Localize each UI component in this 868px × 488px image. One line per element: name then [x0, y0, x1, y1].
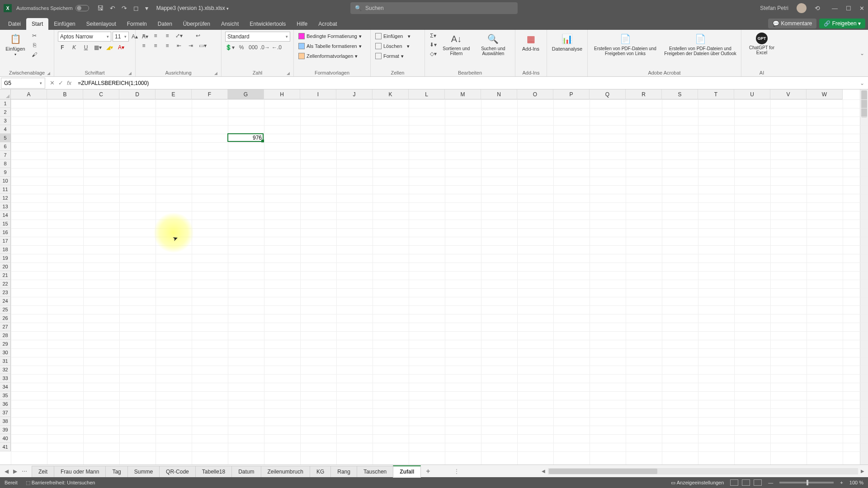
row-header[interactable]: 37: [0, 408, 11, 417]
zoom-level[interactable]: 100 %: [849, 480, 863, 485]
sheet-tab[interactable]: Tag: [105, 466, 127, 477]
autosum-icon[interactable]: Σ▾: [429, 32, 438, 40]
display-settings-button[interactable]: ▭ Anzeigeeinstellungen: [671, 480, 724, 486]
share-button[interactable]: 🔗 Freigeben ▾: [819, 19, 865, 28]
bold-button[interactable]: F: [58, 43, 67, 52]
column-header[interactable]: D: [119, 89, 156, 99]
font-color-icon[interactable]: A▾: [117, 43, 126, 52]
autosave-toggle[interactable]: Automatisches Speichern: [16, 5, 89, 11]
hscroll-thumb[interactable]: [549, 469, 657, 474]
column-header[interactable]: M: [445, 89, 481, 99]
row-header[interactable]: 27: [0, 323, 11, 331]
sync-icon[interactable]: ⟲: [815, 5, 820, 12]
comments-button[interactable]: 💬 Kommentare: [768, 19, 816, 28]
column-header[interactable]: V: [770, 89, 807, 99]
ribbon-tab-formeln[interactable]: Formeln: [122, 18, 152, 30]
row-header[interactable]: 6: [0, 142, 11, 151]
column-header[interactable]: E: [156, 89, 192, 99]
insert-cells-button[interactable]: Einfügen ▾: [374, 32, 411, 41]
page-break-view-icon[interactable]: [754, 479, 762, 486]
cut-icon[interactable]: ✂: [30, 32, 39, 40]
orientation-icon[interactable]: ⤢▾: [175, 32, 184, 40]
align-bottom-icon[interactable]: ≡: [163, 32, 172, 40]
italic-button[interactable]: K: [70, 43, 79, 52]
ribbon-tab-daten[interactable]: Daten: [152, 18, 178, 30]
row-header[interactable]: 31: [0, 357, 11, 366]
fill-color-icon[interactable]: ◢▾: [105, 43, 114, 52]
row-header[interactable]: 28: [0, 331, 11, 340]
column-header[interactable]: T: [698, 89, 734, 99]
zoom-in-icon[interactable]: +: [840, 480, 843, 485]
align-top-icon[interactable]: ≡: [139, 32, 148, 40]
sheet-tab[interactable]: Rang: [330, 466, 357, 477]
column-headers[interactable]: ABCDEFGHIJKLMNOPQRSTUVW: [11, 89, 843, 99]
redo-icon[interactable]: ↷: [122, 5, 127, 12]
toggle-switch-icon[interactable]: [75, 5, 89, 11]
column-header[interactable]: B: [47, 89, 83, 99]
user-avatar[interactable]: [797, 3, 807, 13]
font-size-combo[interactable]: 11▾: [113, 32, 129, 42]
align-left-icon[interactable]: ≡: [139, 42, 148, 50]
ribbon-tab-ansicht[interactable]: Ansicht: [216, 18, 244, 30]
merge-icon[interactable]: ▭▾: [198, 42, 207, 50]
column-header[interactable]: H: [264, 89, 300, 99]
column-header[interactable]: C: [83, 89, 119, 99]
format-cells-button[interactable]: Format ▾: [374, 52, 405, 61]
data-analysis-button[interactable]: 📊Datenanalyse: [551, 32, 584, 52]
row-header[interactable]: 40: [0, 434, 11, 443]
increase-decimal-icon[interactable]: .0→: [260, 43, 269, 52]
row-header[interactable]: 3: [0, 117, 11, 125]
ribbon-tab-einfügen[interactable]: Einfügen: [48, 18, 80, 30]
accessibility-status[interactable]: ⬚ Barrierefreiheit: Untersuchen: [26, 480, 95, 486]
delete-cells-button[interactable]: Löschen ▾: [374, 42, 410, 51]
add-sheet-button[interactable]: +: [420, 467, 435, 475]
border-icon[interactable]: ▦▾: [93, 43, 102, 52]
paste-button[interactable]: 📋 Einfügen ▾: [4, 32, 27, 57]
row-header[interactable]: 26: [0, 314, 11, 323]
hscroll-left[interactable]: ◀: [540, 469, 547, 474]
align-right-icon[interactable]: ≡: [163, 42, 172, 50]
column-header[interactable]: P: [553, 89, 590, 99]
save-icon[interactable]: 🖫: [97, 5, 104, 12]
qat-more-icon[interactable]: ▾: [145, 5, 148, 12]
normal-view-icon[interactable]: [730, 479, 738, 486]
row-header[interactable]: 2: [0, 108, 11, 117]
percent-icon[interactable]: %: [237, 43, 246, 52]
row-header[interactable]: 12: [0, 194, 11, 202]
fx-icon[interactable]: fx: [67, 80, 71, 86]
sheet-tab[interactable]: KG: [310, 466, 331, 477]
column-header[interactable]: F: [192, 89, 228, 99]
row-header[interactable]: 13: [0, 202, 11, 211]
comma-icon[interactable]: 000: [249, 43, 258, 52]
column-header[interactable]: L: [409, 89, 445, 99]
row-header[interactable]: 14: [0, 211, 11, 220]
row-header[interactable]: 1: [0, 99, 11, 108]
vscroll-thumb[interactable]: [861, 90, 867, 117]
row-header[interactable]: 41: [0, 443, 11, 451]
ribbon-tab-datei[interactable]: Datei: [3, 18, 26, 30]
indent-increase-icon[interactable]: ⇥: [186, 42, 195, 50]
copy-icon[interactable]: ⎘: [30, 41, 39, 49]
zoom-out-icon[interactable]: —: [768, 480, 773, 485]
fill-icon[interactable]: ⬇▾: [429, 41, 438, 49]
document-title[interactable]: Mappe3 (version 1).xlsb.xlsx ▾: [156, 5, 229, 11]
wrap-text-icon[interactable]: ↩: [193, 32, 203, 40]
cancel-formula-icon[interactable]: ✕: [50, 80, 55, 86]
row-header[interactable]: 29: [0, 340, 11, 348]
format-painter-icon[interactable]: 🖌: [30, 51, 39, 59]
row-header[interactable]: 11: [0, 185, 11, 194]
row-header[interactable]: 10: [0, 177, 11, 185]
row-header[interactable]: 16: [0, 228, 11, 237]
sheet-tab[interactable]: Zeit: [32, 466, 54, 477]
close-button[interactable]: ✕: [859, 5, 864, 12]
clear-icon[interactable]: ◇▾: [429, 50, 438, 58]
column-header[interactable]: K: [373, 89, 409, 99]
ribbon-tab-acrobat[interactable]: Acrobat: [313, 18, 342, 30]
row-header[interactable]: 18: [0, 245, 11, 254]
row-header[interactable]: 23: [0, 288, 11, 297]
ribbon-tab-überprüfen[interactable]: Überprüfen: [178, 18, 216, 30]
minimize-button[interactable]: —: [832, 5, 838, 12]
ribbon-tab-seitenlayout[interactable]: Seitenlayout: [81, 18, 122, 30]
column-header[interactable]: Q: [590, 89, 626, 99]
row-header[interactable]: 15: [0, 220, 11, 228]
